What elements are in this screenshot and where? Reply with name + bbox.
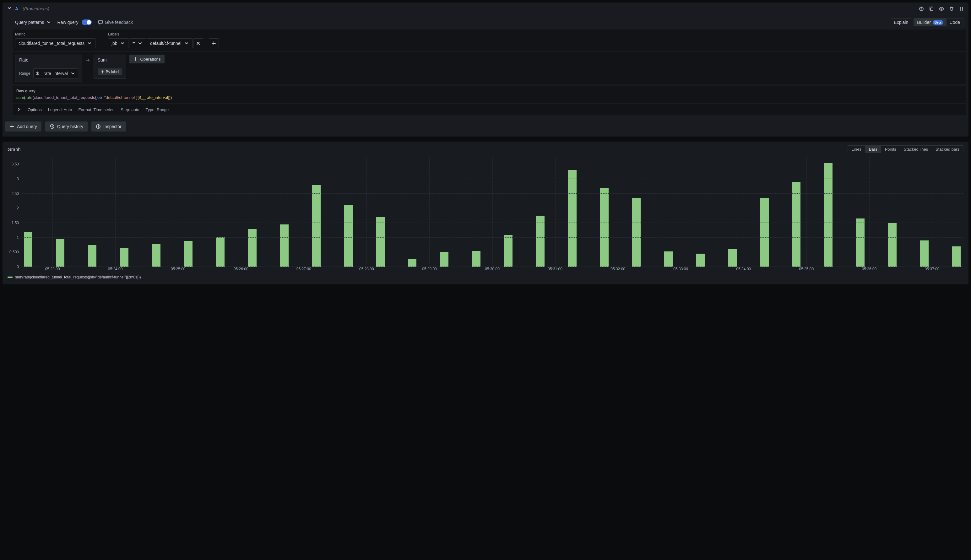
query-history-button[interactable]: Query history: [45, 122, 88, 132]
chart-bar: [88, 245, 97, 267]
chevron-down-icon: [138, 41, 143, 46]
help-circle-icon: [919, 6, 924, 11]
x-tick-label: 05:36:00: [862, 267, 877, 271]
chart-bar: [792, 182, 801, 267]
toggle-visibility-button[interactable]: [938, 5, 945, 13]
grid-vline: [555, 157, 556, 267]
chart-bar: [152, 244, 160, 267]
svg-point-3: [941, 8, 942, 9]
tab-builder[interactable]: Builder Beta: [914, 18, 946, 26]
graph-mode-stacked-bars[interactable]: Stacked bars: [932, 146, 963, 153]
chart-bar: [888, 223, 897, 267]
label-op-value: =: [132, 41, 135, 46]
y-tick-label: 1.50: [12, 221, 19, 225]
metric-select[interactable]: cloudflared_tunnel_total_requests: [15, 38, 95, 48]
label-key-select[interactable]: job: [108, 38, 128, 48]
graph-mode-stacked-lines[interactable]: Stacked lines: [900, 146, 932, 153]
add-operations-button[interactable]: Operations: [129, 55, 164, 63]
help-button[interactable]: [918, 5, 925, 13]
grid-vline: [304, 157, 304, 267]
plus-icon: [9, 124, 15, 129]
add-label-button[interactable]: [209, 38, 219, 48]
add-query-label: Add query: [17, 124, 37, 129]
graph-mode-points[interactable]: Points: [881, 146, 900, 153]
graph-mode-bars[interactable]: Bars: [865, 146, 881, 153]
remove-label-button[interactable]: [193, 38, 203, 48]
chevron-down-icon: [120, 41, 125, 46]
tab-code[interactable]: Code: [946, 18, 963, 26]
y-tick-label: 3.50: [12, 162, 19, 167]
chart-bar: [664, 252, 672, 267]
range-select[interactable]: $__rate_interval: [33, 68, 78, 78]
grid-vline: [492, 157, 493, 267]
chevron-right-icon: [16, 107, 22, 112]
graph-mode-lines[interactable]: Lines: [848, 146, 865, 153]
collapse-query-button[interactable]: [6, 4, 13, 13]
label-value-select[interactable]: default/cf-tunnel: [147, 38, 192, 48]
y-tick-label: 2.50: [12, 192, 19, 196]
sum-title: Sum: [94, 55, 126, 65]
chart-bar: [920, 240, 929, 267]
query-patterns-button[interactable]: Query patterns: [15, 20, 51, 25]
give-feedback-button[interactable]: Give feedback: [98, 20, 133, 25]
grid-vline: [618, 157, 618, 267]
by-label-button[interactable]: By label: [98, 68, 122, 75]
eye-icon: [939, 6, 944, 11]
info-icon: [96, 124, 101, 129]
history-icon: [50, 124, 55, 129]
grid-vline: [178, 157, 179, 267]
raw-query-toggle[interactable]: [82, 20, 92, 25]
beta-badge: Beta: [933, 20, 943, 25]
inspector-label: Inspector: [103, 124, 122, 129]
chart-bar: [952, 247, 961, 267]
label-op-select[interactable]: =: [129, 38, 146, 48]
chart-bar: [568, 170, 577, 267]
grid-vline: [241, 157, 241, 267]
rate-operation-card: Rate Range $__rate_interval: [15, 55, 82, 82]
labels-field-label: Labels: [108, 32, 219, 37]
chart-bar: [472, 251, 480, 267]
operations-btn-label: Operations: [140, 57, 160, 62]
options-format: Format: Time series: [78, 107, 114, 112]
by-label-text: By label: [106, 70, 119, 74]
chart-bar: [536, 216, 544, 267]
chart-area: 00.50011.5022.5033.50 05:23:0005:24:0005…: [8, 157, 963, 273]
x-tick-label: 05:30:00: [485, 267, 500, 271]
svg-point-7: [962, 8, 963, 9]
y-tick-label: 1: [17, 235, 19, 240]
query-patterns-label: Query patterns: [15, 20, 44, 25]
chart-bar: [280, 225, 288, 267]
chevron-down-icon: [46, 20, 51, 25]
svg-point-5: [962, 7, 963, 8]
inspector-button[interactable]: Inspector: [92, 122, 126, 132]
grid-vline: [429, 157, 430, 267]
close-icon: [196, 41, 201, 46]
drag-handle[interactable]: [958, 5, 965, 13]
raw-query-toggle-label: Raw query: [57, 20, 78, 25]
add-query-button[interactable]: Add query: [5, 122, 42, 132]
y-tick-label: 3: [17, 177, 19, 181]
raw-query-code: sum(rate(cloudflared_tunnel_total_reques…: [16, 95, 962, 100]
delete-button[interactable]: [948, 5, 955, 13]
y-tick-label: 0: [17, 265, 19, 269]
y-axis: 00.50011.5022.5033.50: [8, 157, 21, 273]
svg-point-4: [960, 7, 961, 8]
plus-icon: [101, 70, 105, 74]
label-key-value: job: [112, 41, 117, 46]
x-tick-label: 05:24:00: [108, 267, 123, 271]
y-tick-label: 2: [17, 206, 19, 210]
duplicate-button[interactable]: [928, 5, 935, 13]
chart-bar: [312, 185, 320, 267]
explain-link[interactable]: Explain: [891, 18, 911, 27]
query-letter-label: A: [15, 6, 18, 11]
chart-bar: [632, 198, 641, 267]
sum-operation-card: Sum By label: [93, 55, 127, 79]
x-axis: 05:23:0005:24:0005:25:0005:26:0005:27:00…: [21, 267, 963, 273]
x-tick-label: 05:37:00: [925, 267, 939, 271]
rate-title: Rate: [15, 55, 82, 65]
datasource-name: (Prometheus): [23, 6, 49, 11]
svg-point-6: [960, 8, 961, 9]
expand-options-button[interactable]: [16, 107, 22, 113]
grid-vline: [744, 157, 744, 267]
x-tick-label: 05:23:00: [45, 267, 60, 271]
